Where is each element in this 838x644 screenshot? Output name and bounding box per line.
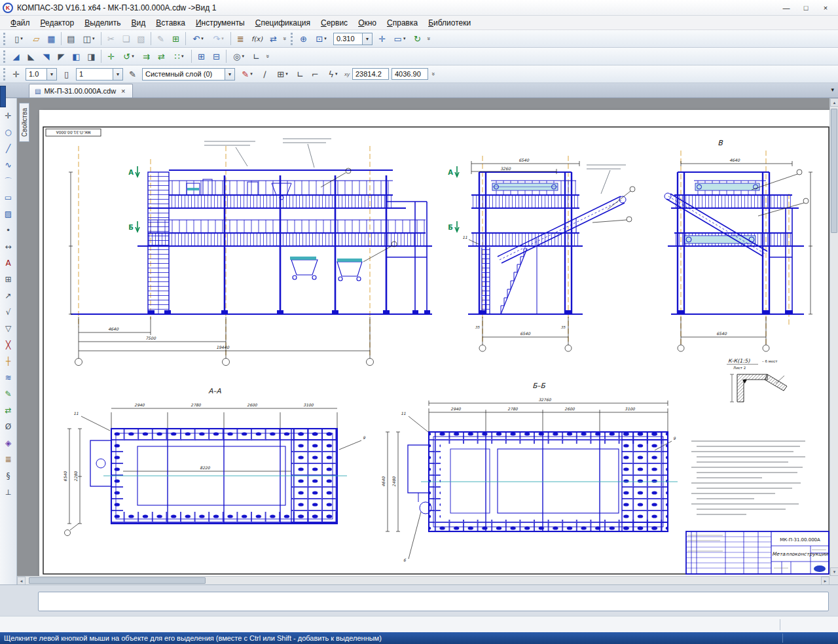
technical-notes-block[interactable] [691, 441, 805, 514]
surface-finish-tool[interactable]: √ [1, 305, 16, 319]
print-button[interactable]: ▤ [64, 31, 79, 46]
menu-select[interactable]: Выделить [79, 17, 126, 29]
menu-specification[interactable]: Спецификация [250, 17, 316, 29]
scroll-down-icon[interactable]: ▼ [830, 567, 838, 576]
datum-tool[interactable]: ▽ [1, 321, 16, 336]
tab-list-button[interactable]: ▾ [831, 86, 834, 93]
copy-properties-button[interactable]: ✎ [153, 31, 168, 46]
minimize-button[interactable]: — [776, 1, 796, 14]
new-document-button[interactable]: ▯ [9, 31, 29, 46]
library-manager-button[interactable]: ≣ [233, 31, 248, 46]
spline-tool[interactable]: ∿ [1, 158, 16, 172]
edit-tool[interactable]: ✎ [1, 387, 16, 401]
combo-dropdown-button[interactable]: ▾ [113, 69, 122, 80]
layers-button[interactable]: ✎ [125, 67, 140, 81]
library-tool[interactable]: ≣ [1, 452, 16, 467]
slant-line-button[interactable]: ∕ [257, 67, 272, 81]
arc-tool[interactable]: ⌒ [1, 174, 16, 188]
dimension-tool[interactable]: ↔ [1, 240, 16, 254]
current-view-combo[interactable]: 1 ▾ [76, 68, 123, 80]
front-elevation-view[interactable]: 4640 7500 19440 А Б А Б [69, 139, 459, 366]
copy-button[interactable]: ❏ [118, 31, 134, 46]
message-input[interactable] [38, 592, 829, 611]
document-tab[interactable]: ▤ МК-П-31.00.000A.cdw × [29, 84, 133, 98]
table-button[interactable]: ⊞ [194, 49, 209, 63]
toolbar-overflow-chevron[interactable]: » [426, 35, 432, 43]
redo-button[interactable]: ↷ [208, 31, 228, 46]
properties-panel-tab[interactable]: Свойства [19, 103, 29, 142]
menu-view[interactable]: Вид [126, 17, 151, 29]
zoom-scale-combo[interactable]: 0.310 ▾ [333, 33, 373, 45]
select-object-button[interactable]: ◤ [54, 49, 69, 63]
move-button[interactable]: ✛ [103, 49, 118, 63]
snap-settings-button[interactable]: ◎ [228, 49, 249, 63]
side-view-1[interactable]: 6540 3260 6540 35 35 11 [462, 156, 635, 351]
ortho-corner-button[interactable]: ⌐ [308, 67, 323, 81]
macro-element-tool[interactable]: ◈ [1, 436, 16, 450]
mirror-button[interactable]: ⇄ [154, 49, 169, 63]
drawing-sheet[interactable]: МК-П-31.00.000А [39, 110, 838, 579]
measure-tool[interactable]: Ø [1, 420, 16, 434]
line-tool[interactable]: ╱ [1, 141, 16, 156]
current-view-button[interactable]: ▯ [59, 67, 74, 81]
menu-tools[interactable]: Инструменты [191, 17, 250, 29]
vertical-scrollbar[interactable]: ▲ ▼ [829, 98, 838, 576]
zoom-in-button[interactable]: ⊕ [296, 31, 311, 46]
horizontal-scrollbar[interactable]: ◄ ► [17, 576, 829, 584]
title-block[interactable]: МК-П-31.00.000А Металлоконструкции [686, 531, 829, 574]
vertical-scroll-thumb[interactable] [831, 109, 837, 233]
array-button[interactable]: ∷ [169, 49, 189, 63]
variables-button[interactable]: f(x) [248, 31, 266, 46]
side-view-2[interactable]: В [665, 139, 812, 351]
select-secant-button[interactable]: ◥ [39, 49, 54, 63]
cursor-step-button[interactable]: ✛ [9, 67, 24, 81]
fit-page-button[interactable]: ▭ [390, 31, 410, 46]
scroll-right-icon[interactable]: ► [821, 577, 829, 584]
scroll-left-icon[interactable]: ◄ [17, 577, 26, 584]
maximize-button[interactable]: □ [796, 1, 816, 14]
rectangle-tool[interactable]: ▭ [1, 190, 16, 205]
parameterization-tool[interactable]: ⟂ [1, 485, 16, 499]
section-view-aa[interactable]: А–А [63, 387, 366, 536]
x-coordinate-field[interactable]: 23814.2 [352, 68, 389, 80]
equidistant-tool[interactable]: ≋ [1, 370, 16, 385]
section-line-tool[interactable]: ╳ [1, 338, 16, 352]
current-layer-combo[interactable]: Системный слой (0) ▾ [142, 68, 235, 80]
ortho-mode-button[interactable]: ∟ [249, 49, 264, 63]
cursor-step-combo[interactable]: 1.0 ▾ [26, 68, 57, 80]
geometry-circle-tool[interactable]: ○ [1, 125, 16, 139]
select-outside-button[interactable]: ◣ [24, 49, 39, 63]
menu-window[interactable]: Окно [353, 17, 382, 29]
toolbar-drag-handle[interactable] [3, 50, 5, 63]
snaps-button[interactable]: ϟ [323, 67, 343, 81]
y-coordinate-field[interactable]: 4036.90 [392, 68, 428, 80]
selection-tool[interactable]: ✛ [1, 109, 16, 123]
select-frame-button[interactable]: ◢ [9, 49, 24, 63]
scroll-up-icon[interactable]: ▲ [830, 98, 838, 107]
menu-editor[interactable]: Редактор [35, 17, 80, 29]
close-button[interactable]: × [816, 1, 835, 14]
open-document-button[interactable]: ▱ [29, 31, 44, 46]
toolbar-overflow-chevron[interactable]: » [430, 70, 437, 78]
leader-tool[interactable]: ↗ [1, 289, 16, 303]
pan-button[interactable]: ✛ [374, 31, 390, 46]
specification-button[interactable]: ⊞ [168, 31, 183, 46]
paste-button[interactable]: ▧ [134, 31, 149, 46]
text-tool[interactable]: А [1, 256, 16, 270]
menu-insert[interactable]: Вставка [151, 17, 191, 29]
toolbar-drag-handle[interactable] [3, 33, 5, 45]
drawing-area[interactable]: Свойства [17, 98, 838, 584]
specification-tool[interactable]: § [1, 469, 16, 483]
toolbar-drag-handle[interactable] [3, 68, 5, 80]
copy-objects-button[interactable]: ⇉ [139, 49, 154, 63]
refresh-button[interactable]: ↻ [410, 31, 425, 46]
exchange-button[interactable]: ⇄ [266, 31, 281, 46]
toolbar-overflow-chevron[interactable]: » [264, 52, 271, 60]
menu-help[interactable]: Справка [382, 17, 423, 29]
zoom-area-button[interactable]: ⊡ [311, 31, 331, 46]
panel-grip[interactable] [0, 86, 6, 107]
section-view-bb[interactable]: Б–Б [381, 382, 678, 562]
menu-file[interactable]: Файл [5, 17, 35, 29]
toolbar-overflow-chevron[interactable]: » [282, 35, 288, 43]
table-tool[interactable]: ⊞ [1, 272, 16, 287]
